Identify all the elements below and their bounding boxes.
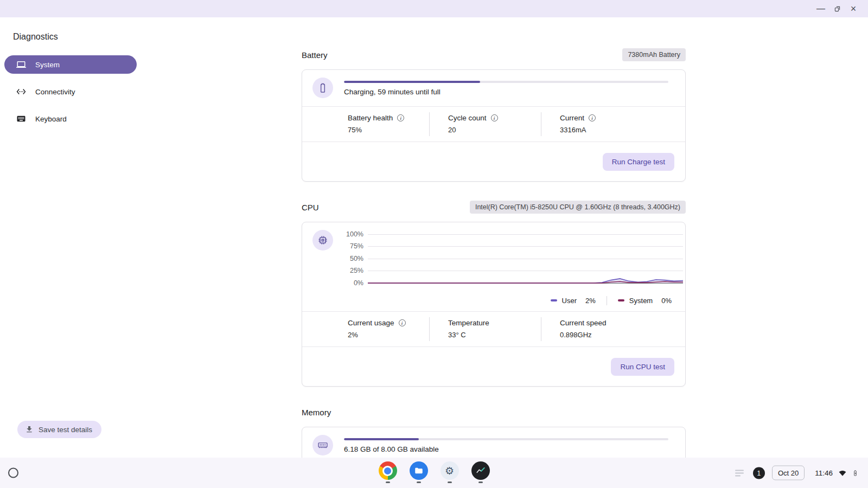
shelf-app-settings[interactable]: ⚙ <box>441 461 459 483</box>
sidebar-item-connectivity[interactable]: Connectivity <box>4 82 137 101</box>
shelf: ⚙ 1 Oct 20 11:46 <box>0 458 868 488</box>
memory-card: 6.18 GB of 8.00 GB available <box>302 427 686 458</box>
save-test-details-label: Save test details <box>39 426 92 434</box>
memory-section-title: Memory <box>302 408 331 417</box>
memory-progress-fill <box>344 438 419 440</box>
stat-label: Temperature <box>448 319 489 327</box>
battery-progress-track <box>344 81 668 83</box>
save-test-details-button[interactable]: Save test details <box>17 421 101 438</box>
y-tick: 0% <box>354 279 363 287</box>
cpu-chip-icon <box>312 230 333 251</box>
sidebar-item-system[interactable]: System <box>4 55 137 74</box>
launcher-button[interactable] <box>8 468 18 478</box>
date-chip[interactable]: Oct 20 <box>772 466 805 480</box>
cpu-usage-chart-series <box>368 230 683 284</box>
stat-value: 3316mA <box>560 126 685 134</box>
memory-icon <box>312 435 333 455</box>
shelf-app-chrome[interactable] <box>379 461 397 483</box>
window-close-button[interactable]: × <box>845 1 861 16</box>
battery-section: Battery 7380mAh Battery Charging, 59 min… <box>302 49 686 182</box>
cpu-section-title: CPU <box>302 203 319 212</box>
legend-swatch-user <box>551 299 557 301</box>
shelf-app-files[interactable] <box>410 461 428 483</box>
run-cpu-test-button[interactable]: Run CPU test <box>611 358 674 376</box>
chrome-icon <box>379 461 397 480</box>
legend-swatch-system <box>618 299 624 301</box>
stat-value: 2% <box>348 331 429 339</box>
quick-settings-cluster[interactable]: 11:46 <box>812 466 861 480</box>
running-indicator <box>417 481 421 483</box>
window-minimize-button[interactable]: — <box>813 1 829 16</box>
shelf-app-diagnostics[interactable] <box>471 461 490 483</box>
wifi-icon <box>838 469 847 477</box>
diagnostics-app: Diagnostics System Connectivity <box>0 17 868 458</box>
files-icon <box>410 461 428 480</box>
legend-name: User <box>562 297 577 305</box>
diagnostics-app-icon <box>471 461 490 480</box>
screen: — × Diagnostics System Conne <box>0 0 868 488</box>
page-title: Diagnostics <box>13 32 152 42</box>
chart-legend: User 2% System 0% <box>302 290 685 311</box>
stat-value: 33° C <box>448 331 541 339</box>
stat-current-usage: Current usage 2% <box>302 312 429 346</box>
cpu-section: CPU Intel(R) Core(TM) i5-8250U CPU @ 1.6… <box>302 201 686 387</box>
chart-y-axis: 100% 75% 50% 25% 0% <box>334 230 368 288</box>
info-icon[interactable] <box>399 319 406 326</box>
info-icon[interactable] <box>589 114 596 121</box>
sidebar-item-keyboard[interactable]: Keyboard <box>4 110 137 128</box>
memory-status-text: 6.18 GB of 8.00 GB available <box>344 445 668 453</box>
cpu-badge: Intel(R) Core(TM) i5-8250U CPU @ 1.60GHz… <box>470 201 686 214</box>
running-indicator <box>386 481 390 483</box>
download-icon <box>25 425 34 434</box>
window-restore-button[interactable] <box>829 1 845 16</box>
battery-stats-row: Battery health 75% Cycle count 20 <box>302 106 685 142</box>
stat-value: 20 <box>448 126 541 134</box>
keyboard-icon <box>16 114 26 124</box>
sidebar-item-label: Connectivity <box>35 88 75 96</box>
run-charge-test-button[interactable]: Run Charge test <box>603 153 674 171</box>
stat-cycle-count: Cycle count 20 <box>429 107 541 142</box>
settings-gear-icon: ⚙ <box>441 461 459 480</box>
stat-current: Current 3316mA <box>541 107 685 142</box>
shelf-apps: ⚙ <box>379 461 490 484</box>
chart-plot-area <box>368 230 683 288</box>
connectivity-icon <box>16 87 26 97</box>
clock: 11:46 <box>815 469 833 477</box>
laptop-icon <box>16 60 26 69</box>
stat-label: Current usage <box>348 319 394 327</box>
battery-progress-fill <box>344 81 480 83</box>
cpu-usage-chart: 100% 75% 50% 25% 0% <box>334 230 683 288</box>
cpu-stats-row: Current usage 2% Temperature 33° C <box>302 311 685 346</box>
sidebar-item-label: System <box>35 61 60 69</box>
stat-battery-health: Battery health 75% <box>302 107 429 142</box>
y-tick: 100% <box>346 230 363 238</box>
running-indicator <box>448 481 452 483</box>
stat-label: Current speed <box>560 319 607 327</box>
stat-value: 0.898GHz <box>560 331 685 339</box>
info-icon[interactable] <box>397 114 404 121</box>
memory-progress-track <box>344 438 668 440</box>
legend-value: 0% <box>661 297 672 305</box>
battery-status-text: Charging, 59 minutes until full <box>344 88 668 96</box>
status-tray: 1 Oct 20 11:46 <box>733 466 861 480</box>
notification-tray-icon[interactable] <box>733 467 746 478</box>
legend-name: System <box>629 297 653 305</box>
legend-value: 2% <box>585 297 596 305</box>
cpu-card: 100% 75% 50% 25% 0% <box>302 222 686 387</box>
battery-charging-icon <box>852 468 858 478</box>
stat-label: Cycle count <box>448 114 487 122</box>
y-tick: 50% <box>350 255 363 262</box>
sidebar-nav: System Connectivity Keyboard <box>0 55 152 128</box>
stat-value: 75% <box>348 126 429 134</box>
battery-badge: 7380mAh Battery <box>622 48 686 61</box>
sidebar-item-label: Keyboard <box>35 115 67 123</box>
stat-temperature: Temperature 33° C <box>429 312 541 346</box>
y-tick: 75% <box>350 242 363 250</box>
battery-icon <box>312 78 333 98</box>
stat-label: Current <box>560 114 584 122</box>
notification-count-badge[interactable]: 1 <box>753 467 765 479</box>
sidebar: Diagnostics System Connectivity <box>0 17 152 458</box>
info-icon[interactable] <box>491 114 498 121</box>
stat-current-speed: Current speed 0.898GHz <box>541 312 685 346</box>
battery-section-title: Battery <box>302 50 328 60</box>
